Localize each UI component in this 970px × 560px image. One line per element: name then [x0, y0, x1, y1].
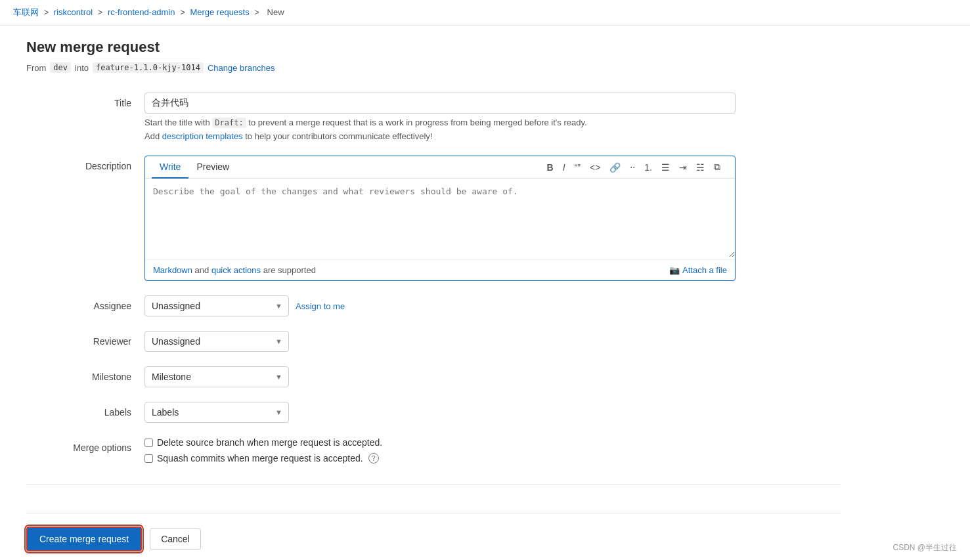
bold-button[interactable]: B	[544, 161, 556, 174]
breadcrumb-riskcontrol[interactable]: riskcontrol	[54, 7, 93, 17]
labels-select[interactable]: Labels	[144, 402, 289, 423]
unordered-list-button[interactable]: ⋅⋅	[627, 161, 638, 174]
quick-actions-link[interactable]: quick actions	[211, 265, 261, 275]
quote-button[interactable]: “”	[572, 161, 583, 174]
from-branch: dev	[50, 62, 71, 73]
link-button[interactable]: 🔗	[607, 161, 623, 174]
breadcrumb-merge-requests[interactable]: Merge requests	[190, 7, 249, 17]
editor-tabs: Write Preview B I “” <> 🔗 ⋅⋅ 1. ☰	[145, 156, 735, 179]
delete-source-checkbox[interactable]	[144, 439, 153, 447]
squash-commits-label: Squash commits when merge request is acc…	[157, 453, 363, 463]
ordered-list-button[interactable]: 1.	[642, 161, 655, 174]
change-branches-link[interactable]: Change branches	[208, 63, 275, 73]
editor-toolbar: B I “” <> 🔗 ⋅⋅ 1. ☰ ⇥ ☵ ⧉	[539, 158, 728, 177]
merge-options-section: Delete source branch when merge request …	[144, 437, 841, 463]
breadcrumb-home[interactable]: 车联网	[13, 7, 39, 17]
breadcrumb-current: New	[267, 7, 284, 17]
reviewer-label: Reviewer	[26, 331, 131, 347]
squash-commits-checkbox[interactable]	[144, 454, 153, 463]
watermark: CSDN @半生过往	[893, 542, 957, 553]
milestone-select[interactable]: Milestone	[144, 366, 289, 387]
breadcrumb: 车联网 > riskcontrol > rc-frontend-admin > …	[0, 0, 970, 26]
attach-file-button[interactable]: 📷 Attach a file	[669, 265, 727, 275]
tab-preview[interactable]: Preview	[188, 156, 237, 179]
description-label: Description	[26, 156, 131, 171]
title-control-wrap: Start the title with Draft: to prevent a…	[144, 93, 841, 141]
title-hint-1: Start the title with Draft: to prevent a…	[144, 118, 841, 127]
description-textarea[interactable]	[145, 179, 735, 257]
milestone-label: Milestone	[26, 366, 131, 382]
title-input[interactable]	[144, 93, 736, 114]
title-row: Title Start the title with Draft: to pre…	[26, 93, 841, 141]
cancel-button[interactable]: Cancel	[150, 528, 201, 550]
description-editor: Write Preview B I “” <> 🔗 ⋅⋅ 1. ☰	[144, 156, 736, 281]
description-templates-link[interactable]: description templates	[162, 131, 243, 141]
description-row: Description Write Preview B I “” <>	[26, 156, 841, 281]
title-hint-2: Add description templates to help your c…	[144, 131, 841, 141]
labels-select-wrap: Labels ▼	[144, 402, 289, 423]
actions-divider	[26, 485, 841, 485]
reviewer-row: Reviewer Unassigned ▼	[26, 331, 841, 352]
code-button[interactable]: <>	[587, 161, 603, 174]
attach-icon: 📷	[669, 265, 680, 275]
table-button[interactable]: ☵	[694, 161, 707, 174]
delete-source-row: Delete source branch when merge request …	[144, 437, 841, 448]
description-control-wrap: Write Preview B I “” <> 🔗 ⋅⋅ 1. ☰	[144, 156, 841, 281]
task-list-button[interactable]: ☰	[659, 161, 672, 174]
reviewer-select-wrap: Unassigned ▼	[144, 331, 289, 352]
reviewer-select[interactable]: Unassigned	[144, 331, 289, 352]
milestone-select-wrap: Milestone ▼	[144, 366, 289, 387]
labels-row: Labels Labels ▼	[26, 402, 841, 423]
tab-write[interactable]: Write	[152, 156, 188, 179]
indent-button[interactable]: ⇥	[676, 161, 690, 174]
editor-footer: Markdown and quick actions are supported…	[145, 259, 735, 280]
breadcrumb-frontend-admin[interactable]: rc-frontend-admin	[108, 7, 175, 17]
assignee-label: Assignee	[26, 295, 131, 311]
page-title: New merge request	[26, 39, 841, 56]
milestone-row: Milestone Milestone ▼	[26, 366, 841, 387]
markdown-link[interactable]: Markdown	[153, 265, 192, 275]
fullscreen-button[interactable]: ⧉	[711, 160, 723, 174]
assignee-select-wrap: Unassigned ▼	[144, 295, 289, 316]
actions-row: Create merge request Cancel	[26, 513, 841, 558]
italic-button[interactable]: I	[560, 161, 568, 174]
assign-to-me-link[interactable]: Assign to me	[296, 295, 345, 311]
assignee-select[interactable]: Unassigned	[144, 295, 289, 316]
merge-options-label: Merge options	[26, 437, 131, 453]
draft-code: Draft:	[212, 118, 246, 128]
labels-label: Labels	[26, 402, 131, 418]
squash-help-icon[interactable]: ?	[368, 453, 379, 463]
create-merge-request-button[interactable]: Create merge request	[26, 527, 142, 551]
squash-commits-row: Squash commits when merge request is acc…	[144, 453, 841, 463]
assignee-row: Assignee Unassigned ▼ Assign to me	[26, 295, 841, 316]
into-branch: feature-1.1.0-kjy-1014	[93, 62, 204, 73]
title-label: Title	[26, 93, 131, 108]
delete-source-label: Delete source branch when merge request …	[157, 437, 382, 448]
merge-options-row: Merge options Delete source branch when …	[26, 437, 841, 463]
branch-info: From dev into feature-1.1.0-kjy-1014 Cha…	[26, 62, 841, 73]
